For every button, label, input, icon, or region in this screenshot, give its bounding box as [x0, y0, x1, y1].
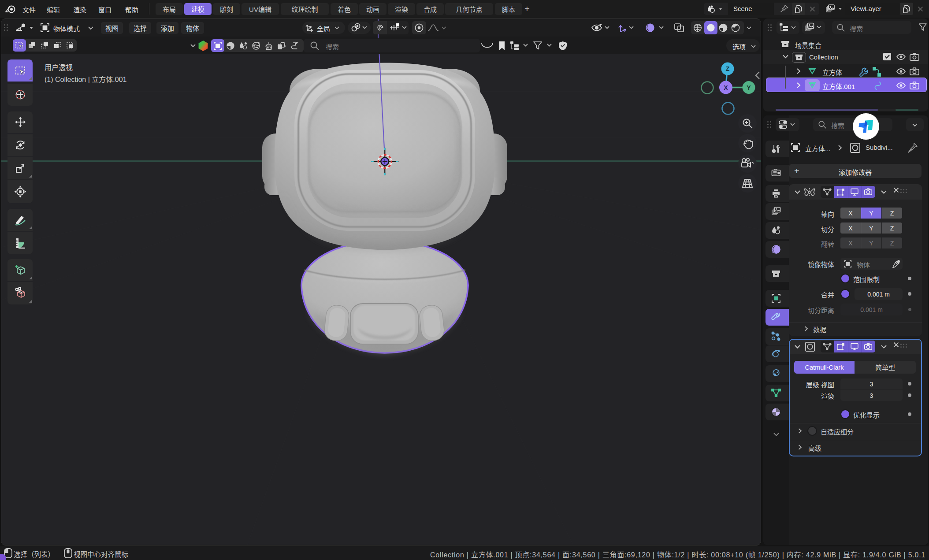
svg-text:Z: Z — [726, 65, 730, 72]
svg-text:Y: Y — [747, 84, 751, 91]
svg-text:X: X — [724, 84, 728, 91]
